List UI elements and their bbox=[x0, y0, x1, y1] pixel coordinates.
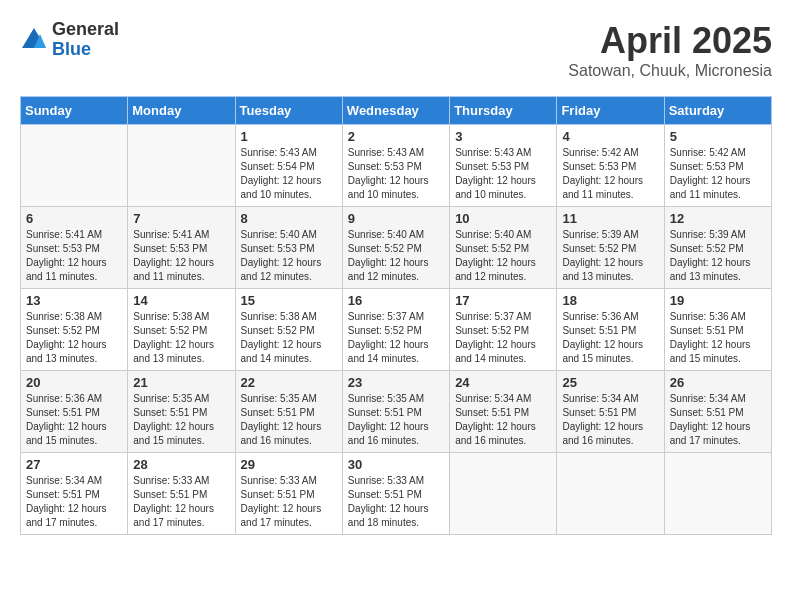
day-detail: Sunrise: 5:34 AM Sunset: 5:51 PM Dayligh… bbox=[562, 392, 658, 448]
day-detail: Sunrise: 5:40 AM Sunset: 5:52 PM Dayligh… bbox=[455, 228, 551, 284]
logo-icon bbox=[20, 26, 48, 54]
calendar-cell: 2Sunrise: 5:43 AM Sunset: 5:53 PM Daylig… bbox=[342, 125, 449, 207]
calendar-cell: 24Sunrise: 5:34 AM Sunset: 5:51 PM Dayli… bbox=[450, 371, 557, 453]
day-detail: Sunrise: 5:35 AM Sunset: 5:51 PM Dayligh… bbox=[348, 392, 444, 448]
day-detail: Sunrise: 5:36 AM Sunset: 5:51 PM Dayligh… bbox=[670, 310, 766, 366]
calendar-week-row: 6Sunrise: 5:41 AM Sunset: 5:53 PM Daylig… bbox=[21, 207, 772, 289]
day-number: 6 bbox=[26, 211, 122, 226]
calendar-cell: 26Sunrise: 5:34 AM Sunset: 5:51 PM Dayli… bbox=[664, 371, 771, 453]
day-detail: Sunrise: 5:34 AM Sunset: 5:51 PM Dayligh… bbox=[455, 392, 551, 448]
day-detail: Sunrise: 5:39 AM Sunset: 5:52 PM Dayligh… bbox=[562, 228, 658, 284]
calendar-table: SundayMondayTuesdayWednesdayThursdayFrid… bbox=[20, 96, 772, 535]
calendar-cell: 21Sunrise: 5:35 AM Sunset: 5:51 PM Dayli… bbox=[128, 371, 235, 453]
calendar-cell bbox=[557, 453, 664, 535]
day-number: 15 bbox=[241, 293, 337, 308]
day-detail: Sunrise: 5:37 AM Sunset: 5:52 PM Dayligh… bbox=[348, 310, 444, 366]
day-detail: Sunrise: 5:36 AM Sunset: 5:51 PM Dayligh… bbox=[562, 310, 658, 366]
day-detail: Sunrise: 5:42 AM Sunset: 5:53 PM Dayligh… bbox=[670, 146, 766, 202]
logo-text: General Blue bbox=[52, 20, 119, 60]
day-number: 21 bbox=[133, 375, 229, 390]
calendar-cell: 16Sunrise: 5:37 AM Sunset: 5:52 PM Dayli… bbox=[342, 289, 449, 371]
calendar-cell: 27Sunrise: 5:34 AM Sunset: 5:51 PM Dayli… bbox=[21, 453, 128, 535]
day-number: 13 bbox=[26, 293, 122, 308]
day-number: 19 bbox=[670, 293, 766, 308]
day-number: 4 bbox=[562, 129, 658, 144]
day-detail: Sunrise: 5:35 AM Sunset: 5:51 PM Dayligh… bbox=[241, 392, 337, 448]
calendar-cell: 20Sunrise: 5:36 AM Sunset: 5:51 PM Dayli… bbox=[21, 371, 128, 453]
calendar-cell: 15Sunrise: 5:38 AM Sunset: 5:52 PM Dayli… bbox=[235, 289, 342, 371]
calendar-cell: 22Sunrise: 5:35 AM Sunset: 5:51 PM Dayli… bbox=[235, 371, 342, 453]
day-detail: Sunrise: 5:33 AM Sunset: 5:51 PM Dayligh… bbox=[348, 474, 444, 530]
calendar-week-row: 20Sunrise: 5:36 AM Sunset: 5:51 PM Dayli… bbox=[21, 371, 772, 453]
day-detail: Sunrise: 5:35 AM Sunset: 5:51 PM Dayligh… bbox=[133, 392, 229, 448]
day-number: 11 bbox=[562, 211, 658, 226]
day-detail: Sunrise: 5:41 AM Sunset: 5:53 PM Dayligh… bbox=[133, 228, 229, 284]
day-detail: Sunrise: 5:33 AM Sunset: 5:51 PM Dayligh… bbox=[241, 474, 337, 530]
weekday-header: Tuesday bbox=[235, 97, 342, 125]
calendar-cell: 29Sunrise: 5:33 AM Sunset: 5:51 PM Dayli… bbox=[235, 453, 342, 535]
logo-general: General bbox=[52, 20, 119, 40]
weekday-header: Wednesday bbox=[342, 97, 449, 125]
logo: General Blue bbox=[20, 20, 119, 60]
calendar-cell: 10Sunrise: 5:40 AM Sunset: 5:52 PM Dayli… bbox=[450, 207, 557, 289]
calendar-cell bbox=[128, 125, 235, 207]
day-detail: Sunrise: 5:33 AM Sunset: 5:51 PM Dayligh… bbox=[133, 474, 229, 530]
calendar-week-row: 27Sunrise: 5:34 AM Sunset: 5:51 PM Dayli… bbox=[21, 453, 772, 535]
day-number: 23 bbox=[348, 375, 444, 390]
day-number: 5 bbox=[670, 129, 766, 144]
day-number: 24 bbox=[455, 375, 551, 390]
day-detail: Sunrise: 5:36 AM Sunset: 5:51 PM Dayligh… bbox=[26, 392, 122, 448]
day-number: 20 bbox=[26, 375, 122, 390]
weekday-header-row: SundayMondayTuesdayWednesdayThursdayFrid… bbox=[21, 97, 772, 125]
weekday-header: Thursday bbox=[450, 97, 557, 125]
calendar-cell: 18Sunrise: 5:36 AM Sunset: 5:51 PM Dayli… bbox=[557, 289, 664, 371]
day-number: 29 bbox=[241, 457, 337, 472]
day-detail: Sunrise: 5:41 AM Sunset: 5:53 PM Dayligh… bbox=[26, 228, 122, 284]
day-number: 3 bbox=[455, 129, 551, 144]
calendar-cell: 8Sunrise: 5:40 AM Sunset: 5:53 PM Daylig… bbox=[235, 207, 342, 289]
weekday-header: Sunday bbox=[21, 97, 128, 125]
day-number: 10 bbox=[455, 211, 551, 226]
calendar-cell: 7Sunrise: 5:41 AM Sunset: 5:53 PM Daylig… bbox=[128, 207, 235, 289]
calendar-location: Satowan, Chuuk, Micronesia bbox=[568, 62, 772, 80]
calendar-week-row: 13Sunrise: 5:38 AM Sunset: 5:52 PM Dayli… bbox=[21, 289, 772, 371]
day-detail: Sunrise: 5:40 AM Sunset: 5:53 PM Dayligh… bbox=[241, 228, 337, 284]
day-detail: Sunrise: 5:34 AM Sunset: 5:51 PM Dayligh… bbox=[26, 474, 122, 530]
calendar-cell: 17Sunrise: 5:37 AM Sunset: 5:52 PM Dayli… bbox=[450, 289, 557, 371]
day-number: 16 bbox=[348, 293, 444, 308]
day-number: 14 bbox=[133, 293, 229, 308]
calendar-cell: 25Sunrise: 5:34 AM Sunset: 5:51 PM Dayli… bbox=[557, 371, 664, 453]
calendar-cell: 12Sunrise: 5:39 AM Sunset: 5:52 PM Dayli… bbox=[664, 207, 771, 289]
weekday-header: Monday bbox=[128, 97, 235, 125]
calendar-cell bbox=[21, 125, 128, 207]
calendar-cell: 13Sunrise: 5:38 AM Sunset: 5:52 PM Dayli… bbox=[21, 289, 128, 371]
calendar-cell: 19Sunrise: 5:36 AM Sunset: 5:51 PM Dayli… bbox=[664, 289, 771, 371]
day-detail: Sunrise: 5:38 AM Sunset: 5:52 PM Dayligh… bbox=[241, 310, 337, 366]
day-detail: Sunrise: 5:42 AM Sunset: 5:53 PM Dayligh… bbox=[562, 146, 658, 202]
day-detail: Sunrise: 5:43 AM Sunset: 5:54 PM Dayligh… bbox=[241, 146, 337, 202]
calendar-cell: 5Sunrise: 5:42 AM Sunset: 5:53 PM Daylig… bbox=[664, 125, 771, 207]
day-number: 28 bbox=[133, 457, 229, 472]
day-number: 22 bbox=[241, 375, 337, 390]
calendar-cell: 1Sunrise: 5:43 AM Sunset: 5:54 PM Daylig… bbox=[235, 125, 342, 207]
weekday-header: Friday bbox=[557, 97, 664, 125]
day-number: 17 bbox=[455, 293, 551, 308]
day-detail: Sunrise: 5:43 AM Sunset: 5:53 PM Dayligh… bbox=[455, 146, 551, 202]
day-detail: Sunrise: 5:37 AM Sunset: 5:52 PM Dayligh… bbox=[455, 310, 551, 366]
day-number: 1 bbox=[241, 129, 337, 144]
day-detail: Sunrise: 5:39 AM Sunset: 5:52 PM Dayligh… bbox=[670, 228, 766, 284]
day-number: 9 bbox=[348, 211, 444, 226]
day-detail: Sunrise: 5:38 AM Sunset: 5:52 PM Dayligh… bbox=[133, 310, 229, 366]
calendar-cell: 14Sunrise: 5:38 AM Sunset: 5:52 PM Dayli… bbox=[128, 289, 235, 371]
day-detail: Sunrise: 5:40 AM Sunset: 5:52 PM Dayligh… bbox=[348, 228, 444, 284]
calendar-cell bbox=[450, 453, 557, 535]
logo-blue: Blue bbox=[52, 40, 119, 60]
day-number: 12 bbox=[670, 211, 766, 226]
title-block: April 2025 Satowan, Chuuk, Micronesia bbox=[568, 20, 772, 80]
day-detail: Sunrise: 5:34 AM Sunset: 5:51 PM Dayligh… bbox=[670, 392, 766, 448]
calendar-cell: 11Sunrise: 5:39 AM Sunset: 5:52 PM Dayli… bbox=[557, 207, 664, 289]
calendar-cell: 3Sunrise: 5:43 AM Sunset: 5:53 PM Daylig… bbox=[450, 125, 557, 207]
day-number: 27 bbox=[26, 457, 122, 472]
page-header: General Blue April 2025 Satowan, Chuuk, … bbox=[20, 20, 772, 80]
calendar-cell: 23Sunrise: 5:35 AM Sunset: 5:51 PM Dayli… bbox=[342, 371, 449, 453]
